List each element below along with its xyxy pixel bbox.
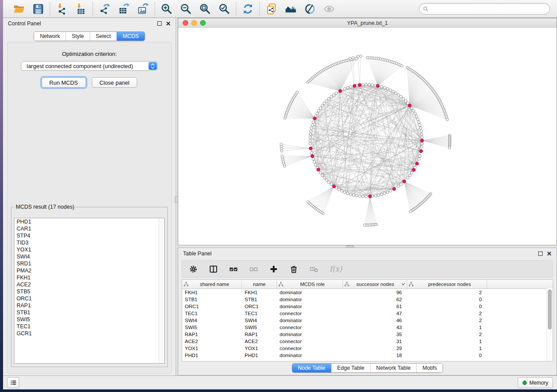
graph-node[interactable] [310, 130, 312, 132]
graph-node[interactable] [408, 174, 411, 177]
table-scrollbar[interactable] [547, 289, 553, 361]
show-all-views-icon[interactable] [285, 3, 297, 15]
column-header-shared-name[interactable]: shared name [182, 280, 242, 289]
graph-node[interactable] [386, 191, 389, 193]
export-image-icon[interactable] [137, 3, 149, 15]
graph-node[interactable] [356, 58, 358, 60]
graph-node[interactable] [402, 97, 405, 100]
graph-node[interactable] [448, 147, 451, 149]
clone-network-icon[interactable] [266, 3, 277, 15]
graph-node[interactable] [414, 112, 416, 115]
close-table-panel-icon[interactable]: ✕ [547, 251, 552, 257]
graph-node[interactable] [349, 57, 352, 60]
graph-node[interactable] [316, 112, 318, 115]
table-row[interactable]: SWI5SWI5connector431 [182, 324, 553, 331]
graph-dominator-node[interactable] [403, 180, 406, 183]
graph-node[interactable] [280, 143, 283, 145]
graph-node[interactable] [409, 210, 412, 213]
table-scrollbar-thumb[interactable] [548, 289, 552, 330]
graph-node[interactable] [349, 86, 352, 88]
graph-node[interactable] [419, 155, 421, 157]
import-table-icon[interactable] [75, 3, 87, 15]
table-row[interactable]: SWI4SWI4dominator462 [182, 317, 553, 324]
graph-node[interactable] [420, 145, 423, 148]
graph-node[interactable] [346, 86, 349, 89]
graph-node[interactable] [383, 86, 386, 89]
zoom-in-icon[interactable] [161, 3, 173, 15]
graph-node[interactable] [307, 200, 309, 203]
mcds-list-scrollbar[interactable] [159, 218, 164, 363]
graph-node[interactable] [386, 87, 389, 90]
graph-node[interactable] [416, 118, 419, 120]
table-row[interactable]: RAP1RAP1dominator352 [182, 331, 553, 338]
graph-node[interactable] [365, 83, 367, 86]
graph-node[interactable] [343, 191, 346, 193]
mcds-result-item[interactable]: YOX1 [14, 246, 164, 253]
graph-node[interactable] [412, 110, 415, 112]
mcds-result-item[interactable]: GCR1 [14, 330, 164, 337]
graph-node[interactable] [418, 158, 420, 160]
graph-node[interactable] [420, 133, 423, 136]
zoom-out-icon[interactable] [180, 3, 192, 15]
graph-node[interactable] [309, 142, 311, 145]
graph-node[interactable] [309, 139, 311, 142]
graph-node[interactable] [335, 92, 338, 94]
tab-motifs[interactable]: Motifs [416, 364, 443, 372]
column-header-MCDS-role[interactable]: MCDS role [277, 280, 343, 289]
show-columns-icon[interactable] [209, 265, 218, 274]
optimization-criterion-select[interactable]: largest connected component (undirected) [21, 61, 158, 71]
graph-node[interactable] [397, 185, 400, 187]
mcds-result-item[interactable]: TID3 [14, 239, 164, 246]
graph-dominator-node[interactable] [392, 187, 395, 190]
memory-button[interactable]: Memory [518, 377, 553, 388]
mcds-result-item[interactable]: STP4 [14, 232, 164, 239]
mcds-result-item[interactable]: TEC1 [14, 323, 164, 330]
graph-node[interactable] [355, 194, 358, 197]
graph-node[interactable] [349, 193, 352, 196]
graph-node[interactable] [380, 193, 383, 196]
graph-node[interactable] [405, 100, 407, 102]
window-minimize-icon[interactable] [191, 20, 197, 26]
add-column-icon[interactable] [269, 265, 278, 274]
graph-node[interactable] [383, 192, 386, 195]
graph-dominator-node[interactable] [339, 89, 342, 93]
tab-node-table[interactable]: Node Table [292, 364, 331, 372]
graph-dominator-node[interactable] [368, 195, 371, 198]
tab-network[interactable]: Network [34, 32, 66, 41]
graph-dominator-node[interactable] [317, 168, 320, 171]
graph-node[interactable] [325, 179, 328, 181]
import-network-icon[interactable] [56, 3, 68, 15]
graph-dominator-node[interactable] [408, 104, 411, 107]
graph-node[interactable] [359, 195, 361, 197]
graph-dominator-node[interactable] [420, 139, 423, 142]
toggle-graphics-details-icon[interactable] [304, 3, 316, 15]
table-row[interactable]: STB1STB1dominator620 [182, 296, 553, 303]
graph-node[interactable] [325, 100, 328, 102]
graph-node[interactable] [317, 110, 320, 112]
table-row[interactable]: TEC1TEC1connector472 [182, 310, 553, 317]
save-session-icon[interactable] [32, 3, 44, 15]
graph-node[interactable] [419, 124, 421, 126]
window-maximize-icon[interactable] [200, 20, 206, 26]
mcds-result-item[interactable]: PHD1 [14, 218, 164, 225]
graph-node[interactable] [394, 92, 397, 94]
table-row[interactable]: YOX1YOX1connector291 [182, 345, 553, 352]
table-row[interactable]: FKH1FKH1dominator962 [182, 289, 553, 296]
close-panel-icon[interactable]: ✕ [166, 21, 171, 27]
graph-node[interactable] [368, 83, 370, 86]
mcds-result-item[interactable]: SWI4 [14, 253, 164, 260]
graph-node[interactable] [362, 83, 364, 86]
graph-node[interactable] [421, 142, 423, 145]
graph-node[interactable] [319, 107, 322, 110]
graph-node[interactable] [328, 97, 330, 100]
graph-node[interactable] [312, 121, 315, 124]
graph-node[interactable] [389, 89, 392, 91]
graph-node[interactable] [340, 189, 343, 192]
refresh-view-icon[interactable] [242, 3, 254, 15]
graph-node[interactable] [360, 55, 362, 58]
graph-node[interactable] [400, 96, 402, 98]
panel-selector-button[interactable] [7, 377, 19, 388]
graph-node[interactable] [338, 188, 340, 191]
delete-column-icon[interactable] [289, 265, 298, 274]
graph-node[interactable] [380, 86, 383, 88]
